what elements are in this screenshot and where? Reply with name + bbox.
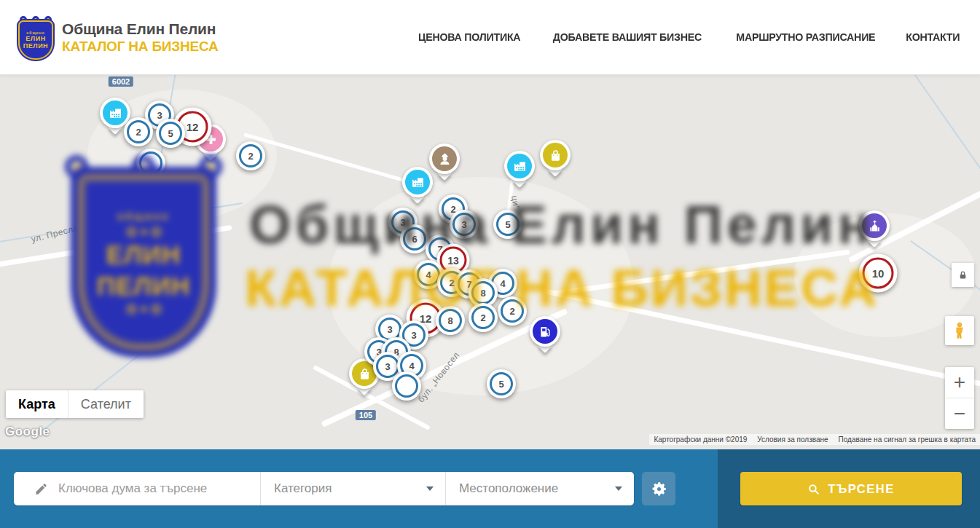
road-number-shield: 105: [356, 410, 376, 420]
report-error-link[interactable]: Подаване на сигнал за грешка в картата: [839, 436, 976, 444]
location-select[interactable]: Местоположение: [446, 472, 634, 505]
cluster-count: 8: [439, 309, 462, 332]
cluster-marker[interactable]: 8: [436, 306, 465, 335]
nav-item[interactable]: МАРШРУТНО РАЗПИСАНИЕ: [736, 31, 875, 44]
worker-icon: [432, 146, 457, 171]
worker-pin[interactable]: [429, 143, 460, 174]
chevron-down-icon: [426, 486, 434, 491]
fuel-pin[interactable]: [530, 316, 560, 347]
map-type-control: Карта Сателит: [6, 390, 144, 418]
factory-icon: [405, 170, 430, 194]
site-logo[interactable]: общино ЕЛИН ПЕЛИН Община Елин Пелин КАТА…: [18, 15, 219, 60]
nav-item[interactable]: КОНТАКТИ: [906, 31, 960, 44]
cluster-count: 2: [501, 299, 524, 323]
google-logo[interactable]: Google: [5, 425, 50, 439]
emblem-line1: ЕЛИН: [26, 35, 45, 42]
map-attribution: Картографски данни ©2019 Условия за полз…: [649, 434, 980, 445]
terms-link[interactable]: Условия за ползване: [757, 436, 828, 444]
watermark-emblem-line2: ПЕЛИН: [97, 273, 191, 299]
cluster-count: 3: [452, 213, 476, 236]
category-select-label: Категория: [274, 481, 332, 496]
factory-icon: [507, 154, 532, 178]
cluster-count: 2: [127, 120, 150, 143]
map-road: [0, 225, 232, 268]
pencil-icon: [34, 482, 48, 496]
cluster-marker[interactable]: 6: [400, 224, 429, 253]
nav-item[interactable]: ЦЕНОВА ПОЛИТИКА: [418, 31, 520, 44]
logo-text: Община Елин Пелин КАТАЛОГ НА БИЗНЕСА: [62, 20, 219, 55]
church-pin[interactable]: [859, 210, 890, 241]
pegman-icon: [950, 321, 969, 340]
site-title: Община Елин Пелин: [62, 20, 219, 38]
cluster-count: 8: [471, 281, 495, 304]
church-icon: [862, 213, 887, 238]
cluster-marker[interactable]: 3: [450, 210, 479, 239]
keyword-field[interactable]: [14, 472, 261, 505]
cluster-marker[interactable]: 2: [124, 117, 153, 146]
emblem-ornament: [127, 304, 161, 314]
pin-bubble: [859, 210, 890, 241]
page: общино ЕЛИН ПЕЛИН Община Елин Пелин КАТА…: [0, 0, 980, 528]
gear-icon: [650, 480, 668, 498]
cluster-marker[interactable]: 5: [487, 369, 516, 398]
pin-bubble: [429, 143, 460, 174]
pin-bubble: [540, 140, 571, 170]
factory-pin[interactable]: [504, 151, 535, 181]
factory-pin[interactable]: [402, 167, 433, 197]
search-icon: [807, 483, 820, 495]
road-number-shield: 6002: [109, 76, 133, 87]
cluster-count: 2: [239, 144, 262, 168]
cluster-count: 5: [159, 122, 182, 145]
cluster-count: 3: [376, 355, 399, 378]
map-type-satellite-button[interactable]: Сателит: [68, 390, 144, 418]
street-label: ул. Преслав: [30, 221, 84, 244]
cluster-marker[interactable]: 2: [498, 296, 527, 326]
location-select-label: Местоположение: [459, 481, 558, 496]
emblem-ornament: [127, 227, 161, 237]
bag-icon: [543, 143, 568, 168]
bag-pin[interactable]: [540, 140, 571, 170]
attribution-copyright: Картографски данни ©2019: [654, 436, 747, 444]
map-canvas[interactable]: 6002105 ул. Преславбул. „Новоселци" 3212…: [0, 75, 980, 449]
cluster-count: 5: [490, 372, 513, 395]
site-subtitle: КАТАЛОГ НА БИЗНЕСА: [62, 39, 219, 55]
factory-icon: [103, 101, 128, 125]
nav-item[interactable]: ДОБАВЕТЕ ВАШИЯТ БИЗНЕС: [553, 31, 702, 44]
search-submit-label: ТЪРСЕНЕ: [828, 482, 894, 496]
site-header: общино ЕЛИН ПЕЛИН Община Елин Пелин КАТА…: [0, 0, 980, 75]
category-select[interactable]: Категория: [261, 472, 446, 505]
cluster-count: [139, 151, 162, 175]
lock-icon: [957, 269, 968, 281]
search-fields: Категория Местоположение: [14, 472, 634, 505]
keyword-search-input[interactable]: [58, 481, 260, 496]
map-stream: [901, 75, 980, 176]
cluster-marker[interactable]: 10: [859, 254, 898, 293]
cluster-marker[interactable]: 5: [156, 119, 185, 148]
search-bar: Категория Местоположение ТЪРСЕНЕ: [0, 449, 980, 528]
cluster-marker[interactable]: [392, 371, 421, 401]
zoom-in-button[interactable]: +: [945, 367, 974, 398]
zoom-control: + −: [945, 367, 974, 429]
map-type-map-button[interactable]: Карта: [6, 390, 68, 418]
emblem-shield: общино ЕЛИН ПЕЛИН: [18, 20, 53, 60]
emblem-line2: ПЕЛИН: [23, 42, 48, 50]
street-view-pegman-button[interactable]: [945, 316, 974, 345]
pin-bubble: [402, 167, 433, 197]
fuel-icon: [533, 319, 557, 344]
pin-bubble: [504, 151, 535, 181]
lock-button[interactable]: [952, 263, 974, 287]
cluster-marker[interactable]: 2: [236, 141, 265, 170]
pin-bubble: [530, 316, 560, 347]
cluster-count: 5: [496, 213, 520, 236]
municipality-emblem-icon: общино ЕЛИН ПЕЛИН: [18, 16, 53, 60]
cluster-count: 10: [863, 258, 894, 289]
zoom-out-button[interactable]: −: [945, 398, 974, 429]
cluster-marker[interactable]: 5: [493, 210, 522, 239]
cluster-marker[interactable]: [136, 149, 165, 178]
cluster-count: 2: [471, 306, 495, 329]
chevron-down-icon: [615, 486, 622, 491]
cluster-count: 6: [403, 227, 426, 251]
advanced-search-button[interactable]: [642, 472, 675, 505]
cluster-marker[interactable]: 2: [469, 303, 498, 332]
search-submit-button[interactable]: ТЪРСЕНЕ: [740, 472, 962, 505]
